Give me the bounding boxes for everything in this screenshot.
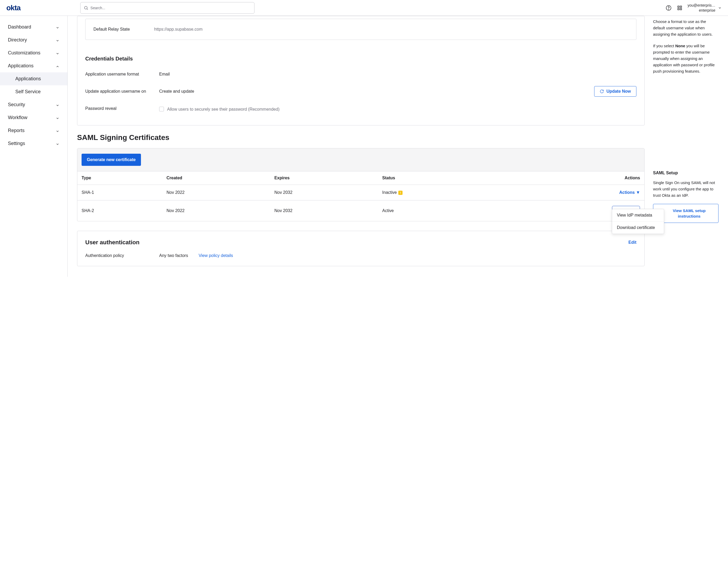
search-input[interactable]: Search...: [80, 2, 254, 14]
download-certificate[interactable]: Download certificate: [612, 222, 664, 234]
chevron-down-icon: [56, 142, 59, 145]
user-email: you@enterpris…: [687, 3, 715, 8]
sidebar-item-workflow[interactable]: Workflow: [0, 111, 67, 124]
svg-point-3: [668, 9, 669, 9]
col-status: Status: [378, 171, 495, 185]
chevron-up-icon: [56, 64, 59, 68]
search-icon: [84, 6, 88, 10]
saml-setup-title: SAML Setup: [653, 169, 719, 176]
cert-expires: Nov 2032: [270, 185, 378, 201]
sidebar-item-reports[interactable]: Reports: [0, 124, 67, 137]
svg-rect-5: [680, 6, 682, 7]
cert-row: SHA-2 Nov 2022 Nov 2032 Active Actions ▼: [77, 201, 644, 221]
user-menu[interactable]: you@enterpris… enterprise: [687, 3, 722, 12]
sidebar-item-applications[interactable]: Applications: [0, 59, 67, 72]
sidebar-item-security[interactable]: Security: [0, 98, 67, 111]
saml-certs-heading: SAML Signing Certificates: [77, 133, 645, 142]
certs-panel: Generate new certificate Type Created Ex…: [77, 148, 645, 221]
user-org: enterprise: [699, 8, 715, 12]
cert-type: SHA-1: [77, 185, 162, 201]
view-saml-instructions-label: View SAML setup instructions: [663, 208, 715, 219]
chevron-down-icon: [56, 103, 59, 107]
view-idp-metadata[interactable]: View IdP metadata: [612, 209, 664, 222]
cert-status: Inactive: [378, 185, 495, 201]
col-actions: Actions: [495, 171, 644, 185]
col-created: Created: [162, 171, 270, 185]
chevron-down-icon: [56, 38, 59, 42]
warning-icon: [398, 191, 403, 195]
password-reveal-checkbox[interactable]: [159, 107, 164, 112]
update-on-value: Create and update: [159, 89, 594, 94]
sidebar-sub-applications[interactable]: Applications: [0, 72, 67, 85]
saml-setup-desc: Single Sign On using SAML will not work …: [653, 180, 719, 199]
auth-policy-value: Any two factors: [159, 253, 188, 258]
certs-table: Type Created Expires Status Actions SHA-…: [77, 171, 644, 221]
password-reveal-label: Password reveal: [85, 106, 159, 111]
cert-created: Nov 2022: [162, 201, 270, 221]
sidebar-item-label: Directory: [8, 37, 27, 43]
cert-created: Nov 2022: [162, 185, 270, 201]
apps-grid-icon[interactable]: [676, 5, 683, 11]
update-now-button[interactable]: Update Now: [594, 86, 636, 97]
edit-auth-button[interactable]: Edit: [629, 240, 636, 245]
sidebar-item-settings[interactable]: Settings: [0, 137, 67, 150]
actions-menu: View IdP metadata Download certificate: [612, 209, 664, 234]
user-auth-title: User authentication: [85, 239, 139, 246]
sidebar-item-dashboard[interactable]: Dashboard: [0, 21, 67, 33]
cert-row: SHA-1 Nov 2022 Nov 2032 Inactive Actions…: [77, 185, 644, 201]
sidebar-item-label: Reports: [8, 128, 24, 133]
sidebar-item-label: Settings: [8, 141, 25, 146]
chevron-down-icon: [56, 116, 59, 120]
auth-policy-label: Authentication policy: [85, 253, 149, 258]
chevron-down-icon: [56, 51, 59, 55]
sidebar: Dashboard Directory Customizations Appli…: [0, 16, 68, 277]
update-on-label: Update application username on: [85, 89, 159, 94]
relay-state-label: Default Relay State: [93, 27, 154, 32]
chevron-down-icon: [56, 129, 59, 133]
sidebar-item-directory[interactable]: Directory: [0, 33, 67, 47]
sidebar-item-label: Applications: [8, 63, 33, 69]
okta-logo: okta: [6, 4, 21, 12]
svg-line-1: [87, 9, 88, 9]
search-placeholder: Search...: [90, 6, 105, 10]
update-now-label: Update Now: [606, 89, 631, 94]
generate-cert-button[interactable]: Generate new certificate: [82, 154, 141, 166]
sidebar-item-customizations[interactable]: Customizations: [0, 47, 67, 59]
username-format-label: Application username format: [85, 72, 159, 77]
view-policy-link[interactable]: View policy details: [198, 253, 233, 258]
svg-rect-7: [680, 8, 682, 10]
password-reveal-hint: Allow users to securely see their passwo…: [167, 106, 279, 113]
user-auth-panel: User authentication Edit Authentication …: [77, 231, 645, 266]
help-text: Choose a format to use as the default us…: [653, 18, 719, 38]
credentials-title: Credentials Details: [77, 48, 644, 67]
sidebar-item-label: Customizations: [8, 50, 41, 56]
svg-point-0: [84, 6, 87, 9]
sidebar-sub-self-service[interactable]: Self Service: [0, 85, 67, 98]
sidebar-item-label: Security: [8, 102, 25, 108]
username-format-value: Email: [159, 72, 636, 77]
top-bar: okta Search... you@enterpris… enterprise: [0, 0, 728, 16]
help-icon[interactable]: [665, 5, 672, 11]
sidebar-item-label: Workflow: [8, 115, 27, 121]
help-text: If you select None you will be prompted …: [653, 43, 719, 74]
svg-rect-6: [677, 8, 679, 10]
cert-type: SHA-2: [77, 201, 162, 221]
sidebar-item-label: Dashboard: [8, 24, 31, 30]
relay-state-input[interactable]: https://app.supabase.com: [154, 27, 203, 32]
cert-status: Active: [378, 201, 495, 221]
refresh-icon: [600, 89, 604, 93]
svg-rect-4: [677, 6, 679, 7]
relay-state-panel: Default Relay State https://app.supabase…: [85, 19, 636, 40]
cert-actions-dropdown[interactable]: Actions ▼: [619, 190, 640, 195]
chevron-down-icon: [56, 25, 59, 29]
chevron-down-icon: [718, 6, 722, 10]
col-expires: Expires: [270, 171, 378, 185]
cert-expires: Nov 2032: [270, 201, 378, 221]
credentials-panel: Default Relay State https://app.supabase…: [77, 16, 645, 126]
col-type: Type: [77, 171, 162, 185]
